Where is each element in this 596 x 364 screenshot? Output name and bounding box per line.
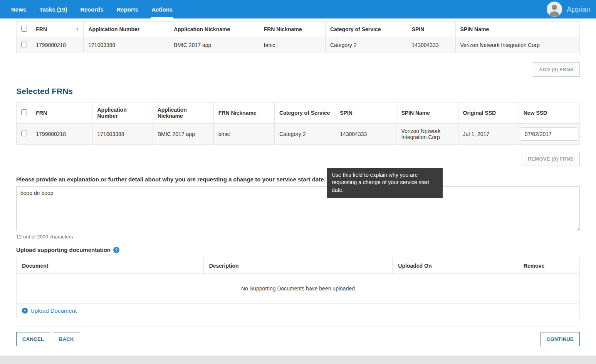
column-header-label: SPIN xyxy=(412,26,425,32)
column-header-label: Category of Service xyxy=(279,110,330,116)
cell-new-ssd xyxy=(519,124,579,145)
cell-category-of-service: Category 2 xyxy=(325,37,407,53)
nav-item-tasks[interactable]: Tasks (19) xyxy=(33,0,74,18)
nav-item-actions[interactable]: Actions xyxy=(145,0,179,18)
column-header-category-of-service[interactable]: Category of Service xyxy=(275,102,335,124)
nav-item-records[interactable]: Records xyxy=(74,0,110,18)
table-row: 1799000218 171003388 BMIC 2017 app bmic … xyxy=(17,37,580,53)
help-tooltip: Use this field to explain why you are re… xyxy=(327,168,443,198)
back-button[interactable]: BACK xyxy=(53,332,80,346)
person-icon xyxy=(547,2,562,17)
upload-label: Upload supporting documentation xyxy=(16,247,111,253)
explanation-label: Please provide an explanation or further… xyxy=(16,176,326,183)
column-header-original-ssd[interactable]: Original SSD xyxy=(458,102,519,124)
cell-frn: 1799000218 xyxy=(31,37,84,53)
cell-spin: 143004333 xyxy=(407,37,455,53)
nav-spacer xyxy=(179,0,547,18)
add-frns-button[interactable]: ADD (0) FRNS xyxy=(533,62,580,77)
column-header-spin-name[interactable]: SPIN Name xyxy=(396,102,458,124)
cell-application-nickname: BMIC 2017 app xyxy=(169,37,259,53)
column-header-label: Application Nickname xyxy=(174,26,230,32)
remove-frns-button-row: REMOVE (0) FRNS xyxy=(16,152,580,166)
select-all-checkbox[interactable] xyxy=(21,26,27,32)
column-header-spin[interactable]: SPIN xyxy=(407,22,455,37)
explanation-textarea[interactable]: boop de boop xyxy=(16,186,580,231)
upload-document-link[interactable]: Upload Document xyxy=(30,307,77,314)
table-header-row: FRN ↑ Application Number Application Nic… xyxy=(17,22,580,37)
upload-documents-table: Document Description Uploaded On Remove … xyxy=(16,258,580,304)
column-header-frn-nickname[interactable]: FRN Nickname xyxy=(213,102,274,124)
column-header-label: SPIN Name xyxy=(460,26,489,32)
column-header-description: Description xyxy=(203,258,393,274)
brand-logo: Appian xyxy=(567,5,591,14)
upload-document-row: + Upload Document xyxy=(17,304,579,318)
cell-category-of-service: Category 2 xyxy=(275,124,335,145)
user-avatar[interactable] xyxy=(547,2,562,17)
column-header-label: SPIN Name xyxy=(401,110,430,116)
empty-state-message: No Supporting Documents have been upload… xyxy=(17,274,580,304)
column-header-spin-name[interactable]: SPIN Name xyxy=(455,22,580,37)
cell-frn: 1799000218 xyxy=(31,124,92,145)
explanation-label-row: Please provide an explanation or further… xyxy=(16,176,580,183)
column-header-label: FRN Nickname xyxy=(218,110,257,116)
column-header-frn-nickname[interactable]: FRN Nickname xyxy=(259,22,325,37)
row-checkbox[interactable] xyxy=(21,131,27,136)
sort-ascending-icon[interactable]: ↑ xyxy=(76,26,79,32)
upload-link-container: + Upload Document xyxy=(16,304,580,318)
cell-frn-nickname: bmic xyxy=(213,124,274,145)
column-header-spin[interactable]: SPIN xyxy=(335,102,396,124)
column-header-category-of-service[interactable]: Category of Service xyxy=(325,22,407,37)
new-ssd-input[interactable] xyxy=(521,127,577,141)
cell-spin-name: Verizon Network Integration Corp xyxy=(455,37,580,53)
cell-original-ssd: Jul 1, 2017 xyxy=(458,124,519,145)
column-header-remove: Remove xyxy=(518,258,579,274)
cell-application-number: 171003388 xyxy=(84,37,169,53)
nav-item-news[interactable]: News xyxy=(5,0,33,18)
available-frns-table: FRN ↑ Application Number Application Nic… xyxy=(16,21,580,53)
empty-state-row: No Supporting Documents have been upload… xyxy=(17,274,580,304)
add-frns-button-row: ADD (0) FRNS xyxy=(16,62,580,77)
row-checkbox[interactable] xyxy=(21,42,27,47)
column-header-new-ssd[interactable]: New SSD xyxy=(519,102,579,124)
column-header-application-number[interactable]: Application Number xyxy=(92,102,153,124)
plus-circle-icon[interactable]: + xyxy=(22,308,28,314)
column-header-document: Document xyxy=(17,258,204,274)
column-header-label: Application Number xyxy=(97,107,126,119)
column-header-label: SPIN xyxy=(340,110,353,116)
character-counter: 12 out of 2000 characters xyxy=(16,234,580,240)
main-content: FRN ↑ Application Number Application Nic… xyxy=(0,18,596,356)
column-header-label: Category of Service xyxy=(330,26,381,32)
column-header-label: Application Number xyxy=(88,26,139,32)
column-header-label: Original SSD xyxy=(463,110,496,116)
column-header-frn[interactable]: FRN ↑ xyxy=(31,22,84,37)
column-header-label: FRN Nickname xyxy=(264,26,302,32)
column-header-application-number[interactable]: Application Number xyxy=(84,22,169,37)
select-all-checkbox[interactable] xyxy=(21,109,27,115)
table-row: 1799000218 171003388 BMIC 2017 app bmic … xyxy=(17,124,580,145)
column-header-label: FRN xyxy=(36,110,47,116)
cell-application-number: 171003388 xyxy=(92,124,153,145)
column-header-application-nickname[interactable]: Application Nickname xyxy=(153,102,213,124)
column-header-label: FRN xyxy=(36,26,47,32)
help-icon[interactable]: ? xyxy=(113,247,119,253)
column-header-frn[interactable]: FRN xyxy=(31,102,92,124)
upload-label-row: Upload supporting documentation ? xyxy=(16,247,580,253)
column-header-label: Application Nickname xyxy=(158,107,187,119)
continue-button[interactable]: CONTINUE xyxy=(541,332,580,346)
cell-spin-name: Verizon Network Integration Corp xyxy=(396,124,458,145)
cell-application-nickname: BMIC 2017 app xyxy=(153,124,213,145)
cell-spin: 143004333 xyxy=(335,124,396,145)
column-header-application-nickname[interactable]: Application Nickname xyxy=(169,22,259,37)
column-header-label: New SSD xyxy=(524,110,547,116)
top-navigation: News Tasks (19) Records Reports Actions … xyxy=(0,0,596,18)
cell-frn-nickname: bmic xyxy=(259,37,325,53)
selected-frns-table: FRN Application Number Application Nickn… xyxy=(16,102,580,145)
footer-button-bar: CANCEL BACK CONTINUE xyxy=(16,327,580,349)
cancel-button[interactable]: CANCEL xyxy=(16,332,50,346)
remove-frns-button[interactable]: REMOVE (0) FRNS xyxy=(522,152,580,166)
table-header-row: Document Description Uploaded On Remove xyxy=(17,258,580,274)
selected-frns-title: Selected FRNs xyxy=(16,87,580,96)
column-header-uploaded-on: Uploaded On xyxy=(393,258,518,274)
nav-item-reports[interactable]: Reports xyxy=(110,0,145,18)
page: News Tasks (19) Records Reports Actions … xyxy=(0,0,596,364)
